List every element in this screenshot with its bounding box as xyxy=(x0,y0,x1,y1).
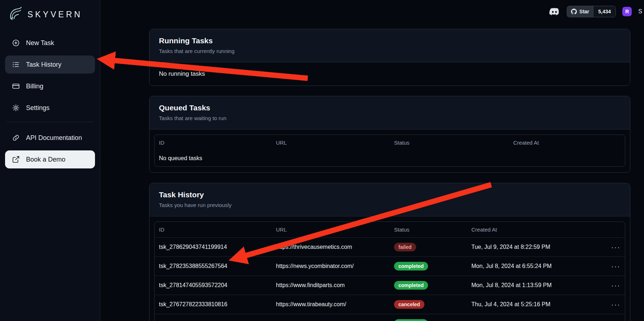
sidebar-item-billing[interactable]: Billing xyxy=(5,77,95,95)
ellipsis-icon: ··· xyxy=(611,262,621,270)
card-subtitle: Tasks you have run previously xyxy=(159,202,621,208)
row-menu-button[interactable]: ··· xyxy=(603,320,621,321)
task-id: tsk_276727822333810816 xyxy=(159,301,276,308)
table-row[interactable]: tsk_278235388555267564 https://news.ycom… xyxy=(155,256,625,276)
row-menu-button[interactable]: ··· xyxy=(603,262,621,271)
task-history-table: ID URL Status Created At tsk_27862904374… xyxy=(154,221,625,321)
task-url: https://thrivecausemetics.com xyxy=(276,244,394,250)
brand-logo[interactable]: SKYVERN xyxy=(5,4,95,25)
status-badge: completed xyxy=(394,262,428,271)
column-header-url: URL xyxy=(276,227,394,233)
table-row[interactable]: tsk_276727822333810816 https://www.tirab… xyxy=(155,295,625,314)
row-menu-button[interactable]: ··· xyxy=(603,300,621,309)
column-header-id: ID xyxy=(159,140,276,146)
avatar[interactable]: R xyxy=(622,7,632,16)
github-icon xyxy=(571,9,577,14)
column-header-created-at: Created At xyxy=(471,227,603,233)
running-tasks-header: Running Tasks Tasks that are currently r… xyxy=(150,29,630,62)
sidebar-item-new-task[interactable]: New Task xyxy=(5,34,95,52)
queued-tasks-header: Queued Tasks Tasks that are waiting to r… xyxy=(150,96,630,129)
discord-icon[interactable] xyxy=(549,6,560,17)
status-badge: completed xyxy=(394,319,428,321)
sidebar-item-label: Billing xyxy=(26,83,43,90)
task-history-header: Task History Tasks you have run previous… xyxy=(150,183,630,216)
row-menu-button[interactable]: ··· xyxy=(603,243,621,251)
table-row[interactable]: tsk_274180139292204058 https://www.geico… xyxy=(155,314,625,321)
task-id: tsk_278235388555267564 xyxy=(159,263,276,269)
sidebar-item-label: API Documentation xyxy=(26,134,82,142)
sidebar-item-label: Task History xyxy=(26,61,61,69)
sidebar-item-settings[interactable]: Settings xyxy=(5,99,95,117)
task-created-at: Mon, Jul 8, 2024 at 6:55:24 PM xyxy=(471,263,603,269)
ellipsis-icon: ··· xyxy=(611,281,621,289)
topbar: Star 5,434 R S xyxy=(549,6,644,17)
card-subtitle: Tasks that are waiting to run xyxy=(159,115,621,121)
sidebar-item-book-a-demo[interactable]: Book a Demo xyxy=(5,150,95,168)
column-header-status: Status xyxy=(394,227,471,233)
sidebar-item-task-history[interactable]: Task History xyxy=(5,56,95,74)
sidebar-item-api-documentation[interactable]: API Documentation xyxy=(5,129,95,147)
column-header-url: URL xyxy=(276,140,394,146)
table-row[interactable]: tsk_278629043741199914 https://thrivecau… xyxy=(155,237,625,256)
sidebar-nav: New Task Task History Billing Settings xyxy=(5,34,95,168)
card-title: Task History xyxy=(159,190,621,199)
sidebar-item-label: New Task xyxy=(26,39,54,47)
table-row[interactable]: tsk_278147405593572204 https://www.findi… xyxy=(155,276,625,295)
column-header-created-at: Created At xyxy=(513,140,621,146)
row-menu-button[interactable]: ··· xyxy=(603,281,621,290)
credit-card-icon xyxy=(12,82,20,90)
task-created-at: Tue, Jul 9, 2024 at 8:22:59 PM xyxy=(471,244,603,250)
ellipsis-icon: ··· xyxy=(611,300,621,308)
task-created-at: Thu, Jul 4, 2024 at 5:25:16 PM xyxy=(471,301,603,308)
plus-circle-icon xyxy=(12,39,20,47)
task-id: tsk_278629043741199914 xyxy=(159,244,276,250)
task-url: https://www.tirabeauty.com/ xyxy=(276,301,394,308)
status-badge: failed xyxy=(394,243,416,252)
status-badge: completed xyxy=(394,281,428,290)
column-header-status: Status xyxy=(394,140,513,146)
ellipsis-icon: ··· xyxy=(611,320,621,321)
main-content: Running Tasks Tasks that are currently r… xyxy=(100,0,644,321)
card-subtitle: Tasks that are currently running xyxy=(159,48,621,54)
sidebar: SKYVERN New Task Task History Billing S xyxy=(0,0,100,321)
queued-tasks-card: Queued Tasks Tasks that are waiting to r… xyxy=(149,96,630,173)
ellipsis-icon: ··· xyxy=(611,243,621,251)
sidebar-divider xyxy=(7,122,94,122)
running-tasks-card: Running Tasks Tasks that are currently r… xyxy=(149,29,630,86)
card-title: Queued Tasks xyxy=(159,104,621,112)
github-star-label: Star xyxy=(579,9,589,14)
username-fragment[interactable]: S xyxy=(638,8,642,15)
table-header-row: ID URL Status Created At xyxy=(155,222,625,237)
card-title: Running Tasks xyxy=(159,36,621,45)
brand-name: SKYVERN xyxy=(27,10,82,19)
gear-icon xyxy=(12,104,20,112)
empty-message: No queued tasks xyxy=(155,150,625,166)
link-icon xyxy=(12,134,20,142)
github-star-count[interactable]: 5,434 xyxy=(593,6,615,17)
column-header-id: ID xyxy=(159,227,276,233)
list-icon xyxy=(12,61,20,69)
task-history-card: Task History Tasks you have run previous… xyxy=(149,183,630,321)
status-badge: canceled xyxy=(394,300,424,309)
sidebar-item-label: Book a Demo xyxy=(26,156,65,163)
task-id: tsk_278147405593572204 xyxy=(159,282,276,289)
task-url: https://news.ycombinator.com/ xyxy=(276,263,394,269)
table-header-row: ID URL Status Created At xyxy=(155,135,625,150)
github-star-button[interactable]: Star 5,434 xyxy=(567,6,616,17)
empty-message: No running tasks xyxy=(159,70,621,78)
queued-tasks-table: ID URL Status Created At No queued tasks xyxy=(154,135,625,167)
task-created-at: Mon, Jul 8, 2024 at 1:13:59 PM xyxy=(471,282,603,289)
sidebar-item-label: Settings xyxy=(26,104,49,112)
skyvern-logo-icon xyxy=(8,6,24,23)
external-link-icon xyxy=(12,155,20,163)
task-url: https://www.finditparts.com xyxy=(276,282,394,289)
